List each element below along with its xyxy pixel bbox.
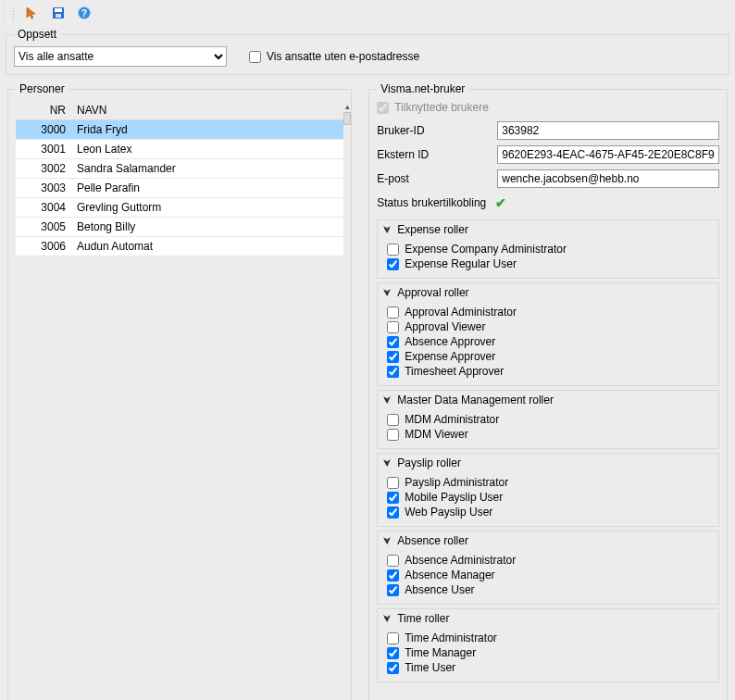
ekstern-id-field[interactable]	[497, 145, 719, 164]
pointer-icon[interactable]	[24, 5, 41, 21]
role-checkbox-label: Time User	[405, 661, 455, 674]
help-icon[interactable]: ?	[76, 5, 93, 21]
bruker-legend: Visma.net-bruker	[377, 82, 468, 95]
role-checkbox[interactable]: Absence User	[387, 583, 709, 596]
role-checkbox-input[interactable]	[387, 414, 399, 426]
role-checkbox-input[interactable]	[387, 366, 399, 378]
person-navn: Frida Fryd	[71, 120, 343, 140]
role-checkbox-input[interactable]	[387, 258, 399, 270]
scroll-thumb[interactable]	[343, 112, 351, 125]
show-no-email-checkbox[interactable]: Vis ansatte uten e-postadresse	[249, 50, 419, 63]
role-checkbox-input[interactable]	[387, 429, 399, 441]
epost-field[interactable]	[497, 169, 719, 188]
role-group: ⮟Time rollerTime AdministratorTime Manag…	[377, 608, 719, 682]
role-group-body: MDM AdministratorMDM Viewer	[378, 409, 718, 448]
table-row[interactable]: 3001Leon Latex	[16, 140, 343, 159]
role-checkbox[interactable]: Web Payslip User	[387, 506, 709, 519]
table-row[interactable]: 3005Betong Billy	[16, 218, 343, 237]
svg-rect-1	[55, 8, 62, 12]
role-group-body: Absence AdministratorAbsence ManagerAbse…	[378, 550, 718, 604]
role-group-body: Time AdministratorTime ManagerTime User	[378, 628, 718, 681]
role-checkbox-input[interactable]	[387, 632, 399, 644]
role-checkbox[interactable]: Absence Administrator	[387, 554, 709, 567]
role-group-header[interactable]: ⮟Time roller	[378, 609, 718, 628]
table-row[interactable]: 3002Sandra Salamander	[16, 159, 343, 179]
role-group-header[interactable]: ⮟Approval roller	[378, 283, 718, 302]
save-icon[interactable]	[50, 5, 67, 21]
person-navn: Leon Latex	[71, 140, 343, 159]
role-checkbox[interactable]: Mobile Payslip User	[387, 491, 709, 504]
role-checkbox[interactable]: MDM Administrator	[387, 413, 709, 426]
role-checkbox-label: MDM Administrator	[405, 413, 499, 426]
personer-group: Personer NR NAVN 3000Frida Fryd3001Leon …	[7, 82, 352, 700]
role-checkbox-input[interactable]	[387, 569, 399, 581]
oppsett-legend: Oppsett	[14, 28, 60, 41]
role-checkbox[interactable]: Absence Manager	[387, 569, 709, 581]
role-checkbox-label: Expense Approver	[405, 350, 495, 363]
role-checkbox-label: Absence Administrator	[405, 554, 516, 567]
role-checkbox-label: MDM Viewer	[405, 428, 467, 441]
role-checkbox-input[interactable]	[387, 506, 399, 519]
role-checkbox-label: Payslip Administrator	[405, 476, 508, 489]
table-row[interactable]: 3003Pelle Parafin	[16, 179, 343, 198]
role-checkbox-input[interactable]	[387, 351, 399, 363]
person-nr: 3005	[16, 218, 71, 237]
personer-legend: Personer	[16, 82, 69, 95]
chevron-down-icon: ⮟	[383, 458, 392, 468]
persons-table-wrap: NR NAVN 3000Frida Fryd3001Leon Latex3002…	[16, 101, 343, 256]
role-checkbox-input[interactable]	[387, 477, 399, 489]
table-row[interactable]: 3004Grevling Guttorm	[16, 198, 343, 218]
role-checkbox[interactable]: Expense Approver	[387, 350, 709, 363]
person-navn: Sandra Salamander	[71, 159, 343, 179]
persons-scrollbar[interactable]: ▴	[343, 101, 351, 125]
role-checkbox[interactable]: Absence Approver	[387, 335, 709, 348]
role-group-header[interactable]: ⮟Payslip roller	[378, 454, 718, 472]
role-checkbox-input[interactable]	[387, 321, 399, 333]
role-group-body: Payslip AdministratorMobile Payslip User…	[378, 472, 718, 526]
role-checkbox[interactable]: MDM Viewer	[387, 428, 709, 441]
role-checkbox-input[interactable]	[387, 492, 399, 504]
role-checkbox-input[interactable]	[387, 306, 399, 319]
persons-col-navn[interactable]: NAVN	[71, 101, 343, 120]
role-checkbox[interactable]: Payslip Administrator	[387, 476, 709, 489]
role-group: ⮟Absence rollerAbsence AdministratorAbse…	[377, 531, 719, 605]
person-navn: Grevling Guttorm	[71, 198, 343, 218]
role-group-title: Expense roller	[397, 223, 468, 236]
main-toolbar: ?	[4, 0, 735, 26]
role-checkbox[interactable]: Expense Company Administrator	[387, 243, 709, 256]
role-checkbox[interactable]: Time Administrator	[387, 631, 709, 644]
person-filter-select[interactable]: Vis alle ansatte	[14, 46, 227, 67]
role-group-body: Approval AdministratorApproval ViewerAbs…	[378, 302, 718, 385]
role-checkbox-label: Absence Approver	[405, 335, 495, 348]
scroll-up-icon[interactable]: ▴	[343, 101, 351, 112]
person-nr: 3001	[16, 140, 71, 159]
table-row[interactable]: 3006Audun Automat	[16, 237, 343, 256]
tilknyttede-brukere-checkbox: Tilknyttede brukere	[377, 101, 719, 114]
role-checkbox[interactable]: Timesheet Approver	[387, 365, 709, 378]
show-no-email-input[interactable]	[249, 51, 261, 63]
person-nr: 3003	[16, 179, 71, 198]
role-checkbox-input[interactable]	[387, 336, 399, 348]
chevron-down-icon: ⮟	[383, 614, 392, 623]
bruker-id-field[interactable]	[497, 121, 719, 140]
role-checkbox[interactable]: Approval Administrator	[387, 306, 709, 319]
role-checkbox-input[interactable]	[387, 244, 399, 256]
person-navn: Audun Automat	[71, 237, 343, 256]
bruker-id-label: Bruker-ID	[377, 124, 497, 137]
table-row[interactable]: 3000Frida Fryd	[16, 120, 343, 140]
app-window: ? Oppsett Vis alle ansatte Vis ansatte u…	[0, 0, 735, 700]
role-checkbox-label: Time Manager	[405, 646, 476, 659]
role-checkbox[interactable]: Time User	[387, 661, 709, 674]
persons-col-nr[interactable]: NR	[16, 101, 71, 120]
role-checkbox[interactable]: Approval Viewer	[387, 320, 709, 333]
role-checkbox[interactable]: Time Manager	[387, 646, 709, 659]
persons-table: NR NAVN 3000Frida Fryd3001Leon Latex3002…	[16, 101, 343, 256]
role-group-header[interactable]: ⮟Absence roller	[378, 531, 718, 550]
role-group-header[interactable]: ⮟Expense roller	[378, 220, 718, 239]
role-checkbox-input[interactable]	[387, 662, 399, 674]
role-checkbox[interactable]: Expense Regular User	[387, 257, 709, 270]
role-checkbox-input[interactable]	[387, 555, 399, 567]
role-checkbox-input[interactable]	[387, 647, 399, 659]
role-group-header[interactable]: ⮟Master Data Management roller	[378, 391, 718, 409]
role-checkbox-input[interactable]	[387, 584, 399, 596]
